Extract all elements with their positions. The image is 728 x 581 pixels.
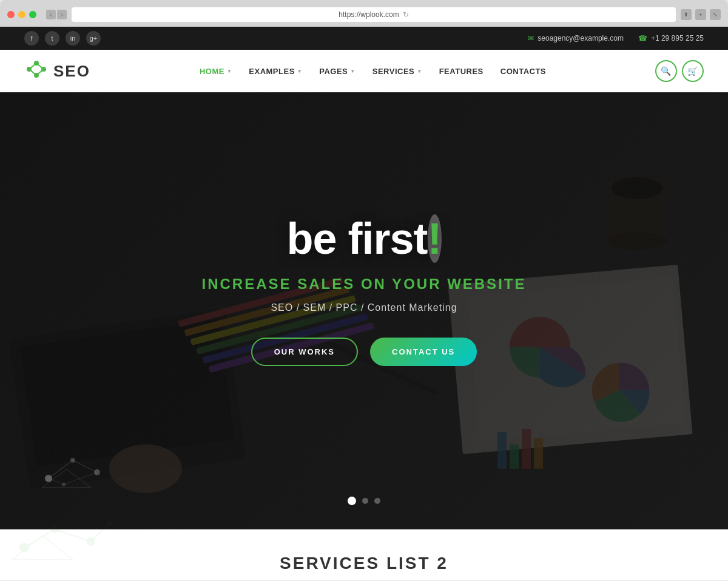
hero-title: be first! bbox=[0, 214, 728, 263]
slider-dot-3[interactable] bbox=[374, 498, 380, 504]
bottom-section: SERVICES LIST 2 bbox=[0, 529, 728, 580]
hero-subtitle: INCREASE SALES ON YOUR WEBSITE bbox=[0, 276, 728, 293]
nav-item-services[interactable]: SERVICES ▼ bbox=[372, 67, 422, 76]
refresh-icon[interactable]: ↻ bbox=[403, 10, 409, 19]
hero-section: be first! INCREASE SALES ON YOUR WEBSITE… bbox=[0, 92, 728, 529]
chevron-down-icon: ▼ bbox=[227, 69, 232, 74]
browser-action-buttons: ⬆ + ⤡ bbox=[681, 9, 721, 20]
svg-line-43 bbox=[24, 529, 55, 548]
traffic-lights bbox=[7, 11, 36, 18]
logo-text: SEO bbox=[53, 62, 90, 81]
new-tab-button[interactable]: + bbox=[695, 9, 706, 20]
browser-chrome: ‹ › https://wplook.com ↻ ⬆ + ⤡ bbox=[0, 0, 728, 27]
chevron-down-icon: ▼ bbox=[350, 69, 355, 74]
nav-menu: HOME ▼ EXAMPLES ▼ PAGES ▼ SERVICES ▼ FEA… bbox=[200, 67, 546, 76]
website-content: f t in g+ ✉ seoagency@example.com ☎ +1 2… bbox=[0, 27, 728, 580]
url-text: https://wplook.com bbox=[339, 10, 399, 19]
logo-icon bbox=[24, 58, 49, 84]
twitter-icon[interactable]: t bbox=[45, 31, 59, 46]
chevron-down-icon: ▼ bbox=[417, 69, 422, 74]
phone-number: +1 29 895 25 25 bbox=[651, 34, 704, 42]
network-decoration bbox=[36, 442, 109, 493]
logo[interactable]: SEO bbox=[24, 58, 90, 84]
email-contact: ✉ seoagency@example.com bbox=[528, 34, 624, 42]
svg-line-6 bbox=[36, 69, 44, 75]
email-icon: ✉ bbox=[528, 34, 534, 42]
slider-dot-2[interactable] bbox=[362, 498, 368, 504]
address-bar[interactable]: https://wplook.com ↻ bbox=[72, 7, 676, 22]
nav-item-contacts[interactable]: CONTACTS bbox=[500, 67, 546, 76]
phone-icon: ☎ bbox=[638, 34, 647, 42]
slider-dots bbox=[348, 497, 380, 505]
close-button[interactable] bbox=[7, 11, 15, 18]
back-button[interactable]: ‹ bbox=[46, 10, 56, 19]
svg-line-5 bbox=[36, 63, 44, 69]
google-plus-icon[interactable]: g+ bbox=[86, 31, 101, 46]
svg-line-37 bbox=[64, 472, 97, 484]
chevron-down-icon: ▼ bbox=[297, 69, 302, 74]
svg-line-34 bbox=[49, 460, 73, 478]
slider-dot-1[interactable] bbox=[348, 497, 356, 505]
social-links: f t in g+ bbox=[24, 31, 101, 46]
linkedin-icon[interactable]: in bbox=[66, 31, 80, 46]
phone-contact: ☎ +1 29 895 25 25 bbox=[638, 34, 704, 42]
navbar: SEO HOME ▼ EXAMPLES ▼ PAGES ▼ SERVICES ▼… bbox=[0, 50, 728, 92]
hero-description: SEO / SEM / PPC / Content Marketing bbox=[0, 302, 728, 313]
search-button[interactable]: 🔍 bbox=[655, 60, 677, 82]
minimize-button[interactable] bbox=[18, 11, 25, 18]
expand-button[interactable]: ⤡ bbox=[710, 9, 721, 20]
svg-line-44 bbox=[55, 529, 91, 542]
facebook-icon[interactable]: f bbox=[24, 31, 39, 46]
share-button[interactable]: ⬆ bbox=[681, 9, 692, 20]
browser-titlebar: ‹ › https://wplook.com ↻ ⬆ + ⤡ bbox=[0, 5, 728, 27]
nav-item-pages[interactable]: PAGES ▼ bbox=[319, 67, 355, 76]
top-bar: f t in g+ ✉ seoagency@example.com ☎ +1 2… bbox=[0, 27, 728, 50]
svg-line-7 bbox=[29, 69, 36, 75]
svg-line-35 bbox=[73, 460, 97, 472]
nav-icons: 🔍 🛒 bbox=[655, 60, 704, 82]
cart-icon: 🛒 bbox=[687, 66, 698, 76]
email-address: seoagency@example.com bbox=[538, 34, 624, 42]
contact-us-button[interactable]: CONTACT US bbox=[370, 338, 477, 366]
our-works-button[interactable]: OUR WORKS bbox=[251, 338, 358, 366]
maximize-button[interactable] bbox=[29, 11, 36, 18]
cart-button[interactable]: 🛒 bbox=[682, 60, 704, 82]
browser-nav-buttons: ‹ › bbox=[46, 10, 67, 19]
nav-item-features[interactable]: FEATURES bbox=[439, 67, 484, 76]
nav-item-home[interactable]: HOME ▼ bbox=[200, 67, 232, 76]
svg-line-4 bbox=[29, 63, 36, 69]
hero-buttons: OUR WORKS CONTACT US bbox=[0, 338, 728, 366]
hero-title-dot: ! bbox=[428, 214, 442, 263]
forward-button[interactable]: › bbox=[57, 10, 67, 19]
search-icon: 🔍 bbox=[661, 66, 671, 76]
hero-content: be first! INCREASE SALES ON YOUR WEBSITE… bbox=[0, 92, 728, 366]
nav-item-examples[interactable]: EXAMPLES ▼ bbox=[249, 67, 302, 76]
contact-info: ✉ seoagency@example.com ☎ +1 29 895 25 2… bbox=[528, 34, 704, 42]
